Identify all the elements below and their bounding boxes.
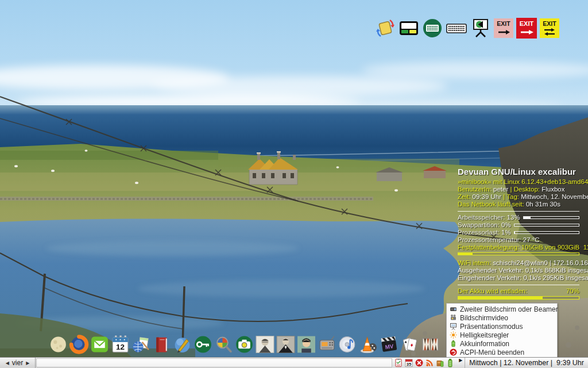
moon-icon: [48, 334, 68, 355]
rss-tray-icon[interactable]: [425, 358, 434, 367]
divider: [458, 285, 579, 285]
color-picker-icon: [214, 334, 234, 355]
wifi-line: WiFi intern: schischi24@wlan0 | 172.16.0…: [458, 259, 579, 267]
dock-icon-radio[interactable]: [317, 334, 337, 355]
workspace-next-arrow[interactable]: ▶: [26, 361, 29, 366]
menu-item-label: Bildschirmvideo: [460, 314, 508, 322]
dock-icon-photo-portrait-2[interactable]: [276, 334, 296, 355]
workspace-prev-arrow[interactable]: ◀: [6, 361, 9, 366]
screen-rotate-button[interactable]: [375, 17, 396, 39]
system-monitor-overlay: Devuan GNU/Linux excalibur »minibook« mi…: [458, 167, 579, 310]
swap-bar: [514, 224, 579, 227]
display-layout-icon: [399, 17, 419, 39]
dock-icon-calendar[interactable]: 12: [110, 334, 130, 355]
dock-icon-writer-globe[interactable]: [172, 334, 192, 355]
volume-mixer-tray-icon[interactable]: [435, 358, 444, 367]
writer-globe-icon: [172, 334, 192, 355]
week-calendar-tray-icon[interactable]: 35: [404, 358, 413, 367]
journal-icon: [152, 334, 172, 355]
menu-item-screen-video[interactable]: Bildschirmvideo: [447, 313, 557, 322]
exit-switch-button[interactable]: EXIT: [540, 18, 559, 39]
blocker-tray-icon[interactable]: [415, 358, 424, 367]
taskbar: ◀ vier ▶ 35: [0, 357, 588, 368]
virtual-keyboard-button[interactable]: [446, 17, 467, 39]
week-number-label: 35: [407, 362, 411, 367]
launcher-bar: EXIT EXIT EXIT: [375, 17, 559, 40]
exit-switch-icon: EXIT: [540, 18, 559, 39]
menu-item-battery-info[interactable]: Akkuinformation: [447, 339, 557, 348]
disk-bar: [458, 252, 579, 255]
menu-item-label: ACPI-Menü beenden: [460, 348, 524, 356]
clapper-label: MV: [385, 343, 394, 350]
tray-expand-arrow[interactable]: ▶: [457, 358, 465, 368]
firefox-icon: [69, 334, 89, 355]
desktop: EXIT EXIT EXIT Devua: [0, 0, 588, 368]
menu-item-presentation[interactable]: Präsentationsmodus: [447, 322, 557, 331]
menu-item-quit-acpi[interactable]: ACPI-Menü beenden: [447, 348, 557, 356]
menu-item-label: Akkuinformation: [460, 340, 509, 348]
workspace-name: vier: [12, 359, 23, 367]
exit-pink-button[interactable]: EXIT: [494, 18, 513, 39]
photo-portrait-icon: [255, 334, 275, 355]
rx-line: Eingehender Verkehr: 0,1k/s 295KiB insge…: [458, 274, 579, 282]
beamer-icon: [450, 305, 457, 313]
keyboard-layout-button[interactable]: [422, 17, 443, 39]
card-game-icon: ♠ ♦: [400, 334, 420, 355]
portrait-painting-icon: [296, 334, 316, 355]
radio-icon: [317, 334, 337, 355]
exit-red-icon: EXIT: [516, 17, 537, 39]
presentation-screen-icon: [470, 17, 491, 40]
workspace-switcher: ◀ vier ▶: [0, 358, 36, 368]
music-cd-icon: [338, 334, 358, 355]
keyring-icon: [193, 334, 213, 355]
dock-icon-movie-editor[interactable]: MV: [379, 334, 399, 355]
battery-icon: [450, 340, 457, 347]
calendar-icon: 12: [110, 334, 130, 355]
dock-icon-music-cd[interactable]: [338, 334, 358, 355]
presentation-screen-button[interactable]: [470, 17, 491, 40]
screen-video-icon: [450, 314, 457, 321]
dock-icon-photo-portrait-1[interactable]: [255, 334, 275, 355]
divider: [458, 211, 579, 212]
cpu-stat: Prozessorlast: 1%: [458, 229, 579, 236]
disk-line: Festplattenbelegung: 105GiB von 903GiB 1…: [458, 244, 579, 251]
clipboard-tray-icon[interactable]: [394, 358, 403, 367]
dock-icon-journal[interactable]: [152, 334, 172, 355]
keyboard-green-icon: [422, 17, 443, 39]
vlc-icon: [358, 334, 378, 355]
dock-icon-portrait-painting[interactable]: [296, 334, 316, 355]
dock-icon-backgammon[interactable]: [420, 334, 440, 355]
battery-bar: [458, 296, 579, 300]
exit-red-button[interactable]: EXIT: [516, 17, 537, 39]
exit-label: EXIT: [497, 20, 510, 27]
dock: 12: [48, 334, 440, 355]
dock-icon-organizer[interactable]: [131, 334, 151, 355]
battery-tray-icon[interactable]: [446, 358, 455, 367]
conky-user-line: BenutzerIn: peter | Desktop: Fluxbox: [458, 186, 579, 193]
dock-icon-moon[interactable]: [48, 334, 68, 355]
exit-label: EXIT: [520, 20, 534, 27]
cpu-bar: [514, 231, 579, 234]
dock-icon-mail[interactable]: [90, 334, 110, 355]
camera-icon: [234, 334, 254, 355]
dock-icon-color-picker[interactable]: [214, 334, 234, 355]
conky-title: Devuan GNU/Linux excalibur: [458, 167, 579, 177]
system-tray: 35: [392, 358, 457, 368]
menu-item-label: Präsentationsmodus: [460, 323, 523, 331]
display-layout-button[interactable]: [399, 17, 419, 39]
battery-line: Der Akku wird entladen:70%: [458, 288, 579, 295]
menu-item-brightness[interactable]: Helligkeitsregler: [447, 331, 557, 339]
dock-icon-camera[interactable]: [234, 334, 254, 355]
dock-icon-firefox[interactable]: [69, 334, 89, 355]
dock-icon-vlc[interactable]: [358, 334, 378, 355]
menu-item-second-screen[interactable]: Zweiter Bildschirm oder Beamer: [447, 305, 557, 313]
presentation-icon: [450, 323, 457, 330]
conky-time-line: Zeit: 09:39 Uhr | Tag: Mittwoch, 12. Nov…: [458, 193, 579, 201]
taskbar-window-list[interactable]: [36, 358, 392, 367]
mail-icon: [90, 334, 110, 355]
acpi-context-menu: Zweiter Bildschirm oder Beamer Bildschir…: [446, 303, 558, 358]
temperature-line: Prozessortemperatur: 27 °C: [458, 236, 579, 244]
dock-icon-keyring[interactable]: [193, 334, 213, 355]
tx-line: Ausgehender Verkehr: 0,1k/s 868KiB insge…: [458, 267, 579, 274]
dock-icon-card-game[interactable]: ♠ ♦: [400, 334, 420, 355]
